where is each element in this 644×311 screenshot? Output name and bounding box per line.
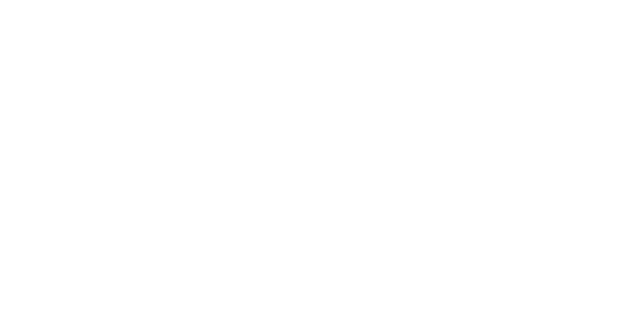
bump-chart [241, 13, 638, 305]
